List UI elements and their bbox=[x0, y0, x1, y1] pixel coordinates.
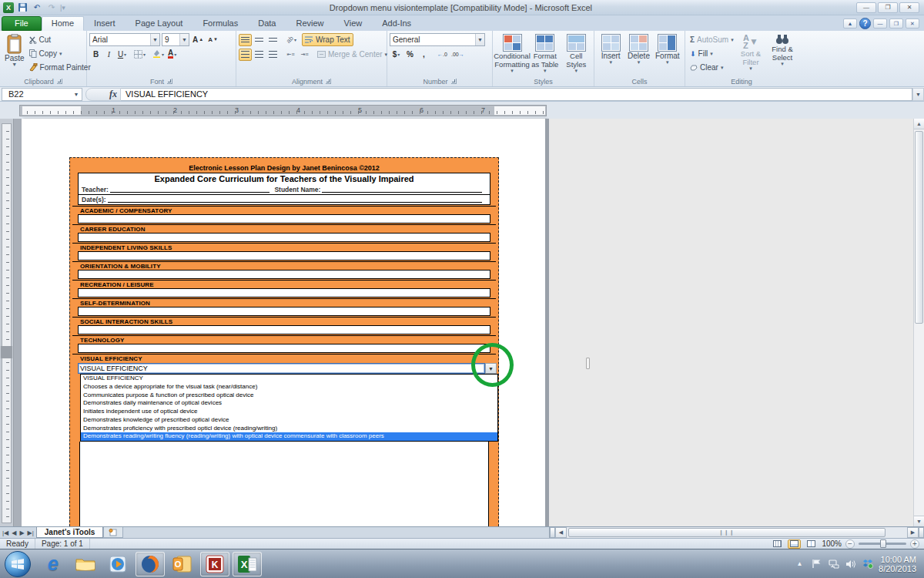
teacher-input-line[interactable] bbox=[110, 185, 270, 193]
increase-decimal-button[interactable]: ←.0 bbox=[436, 48, 449, 60]
dropdown-item[interactable]: Demonstrates knowledge of prescribed opt… bbox=[81, 416, 497, 425]
right-pane-hscrollbar[interactable]: ◀ ❙❙❙ ▶ bbox=[549, 527, 924, 538]
increase-indent-button[interactable]: ⇥≡ bbox=[298, 49, 311, 61]
fill-color-button[interactable]: ▾ bbox=[151, 48, 166, 60]
scroll-down-button[interactable]: ▼ bbox=[914, 516, 924, 526]
name-box[interactable]: B22▼ bbox=[2, 88, 82, 101]
minimize-button[interactable]: — bbox=[856, 2, 876, 13]
cell-styles-button[interactable]: Cell Styles▾ bbox=[561, 32, 591, 76]
undo-button[interactable]: ↶ bbox=[31, 2, 43, 13]
expand-formula-bar-button[interactable]: ▼ bbox=[912, 88, 924, 101]
windows-explorer-icon[interactable] bbox=[71, 552, 100, 576]
tab-file[interactable]: File bbox=[2, 16, 42, 31]
find-select-button[interactable]: Find & Select▾ bbox=[766, 32, 798, 76]
font-dialog-launcher[interactable] bbox=[167, 79, 172, 84]
paste-button[interactable]: Paste ▼ bbox=[2, 32, 27, 76]
internet-explorer-icon[interactable]: e bbox=[38, 552, 68, 576]
font-name-combo[interactable]: Arial▼ bbox=[89, 33, 160, 46]
underline-button[interactable]: U▾ bbox=[116, 48, 129, 60]
borders-button[interactable]: ▾ bbox=[132, 48, 147, 60]
delete-cells-button[interactable]: Delete▾ bbox=[624, 32, 652, 76]
name-box-arrow[interactable]: ▼ bbox=[71, 92, 82, 97]
center-button[interactable] bbox=[253, 49, 266, 61]
network-icon[interactable] bbox=[828, 559, 839, 570]
dropdown-item[interactable]: Communicates purpose & function of presc… bbox=[81, 391, 497, 400]
page-layout-view-button[interactable] bbox=[788, 539, 801, 549]
sort-filter-button[interactable]: AZ▼ Sort & Filter▾ bbox=[735, 32, 766, 76]
hsplit-handle-right[interactable] bbox=[919, 527, 924, 538]
clear-button[interactable]: Clear▾ bbox=[688, 61, 735, 74]
dropdown-item[interactable]: Demonstrates daily maintenance of optica… bbox=[81, 399, 497, 408]
tab-add-ins[interactable]: Add-Ins bbox=[372, 16, 421, 31]
save-button[interactable] bbox=[16, 2, 28, 13]
firefox-icon[interactable] bbox=[136, 552, 165, 576]
dropdown-item[interactable]: Demonstrates reading/writing fluency (re… bbox=[81, 432, 497, 441]
insert-function-button[interactable]: fx bbox=[109, 89, 117, 100]
media-player-icon[interactable] bbox=[103, 552, 132, 576]
format-cells-button[interactable]: Format▾ bbox=[653, 32, 682, 76]
normal-view-button[interactable] bbox=[771, 539, 784, 549]
student-input-line[interactable] bbox=[322, 185, 482, 193]
zoom-in-button[interactable]: + bbox=[910, 539, 919, 549]
help-button[interactable]: ? bbox=[859, 18, 871, 29]
align-right-button[interactable] bbox=[266, 49, 280, 61]
page-break-view-button[interactable] bbox=[805, 539, 818, 549]
section-input-box[interactable] bbox=[78, 307, 490, 316]
hsplit-handle-left[interactable] bbox=[550, 527, 555, 538]
dropdown-item[interactable]: Chooses a device appropriate for the vis… bbox=[81, 383, 497, 391]
scroll-right-button[interactable]: ▶ bbox=[907, 527, 919, 538]
section-input-box[interactable] bbox=[78, 214, 490, 223]
bold-button[interactable]: B bbox=[89, 48, 102, 60]
formula-input[interactable]: VISUAL EFFICIENCY bbox=[121, 88, 912, 101]
red-app-icon[interactable]: K bbox=[200, 552, 229, 576]
doc-minimize-button[interactable]: — bbox=[873, 18, 887, 29]
section-input-box[interactable] bbox=[78, 344, 490, 353]
vertical-scroll-thumb[interactable] bbox=[915, 131, 923, 324]
shrink-font-button[interactable]: A▼ bbox=[206, 33, 219, 45]
first-sheet-button[interactable]: |◀ bbox=[2, 529, 8, 536]
comma-style-button[interactable]: , bbox=[417, 48, 430, 60]
redo-button[interactable]: ↷ bbox=[45, 2, 58, 13]
alignment-dialog-launcher[interactable] bbox=[326, 79, 331, 84]
section-input-box[interactable] bbox=[78, 325, 490, 334]
right-pane[interactable] bbox=[549, 119, 913, 526]
scroll-left-button[interactable]: ◀ bbox=[555, 527, 567, 538]
conditional-formatting-button[interactable]: Conditional Formatting▾ bbox=[495, 32, 529, 76]
section-input-box[interactable] bbox=[78, 233, 490, 242]
action-center-flag-icon[interactable] bbox=[811, 559, 822, 570]
align-left-button[interactable] bbox=[239, 49, 252, 61]
restore-button[interactable]: ❐ bbox=[878, 2, 898, 13]
next-sheet-button[interactable]: ▶ bbox=[19, 529, 24, 536]
worksheet-page[interactable]: Electronic Lesson Plan Design by Janet B… bbox=[22, 119, 545, 526]
section-input-box[interactable] bbox=[78, 270, 490, 279]
tab-home[interactable]: Home bbox=[42, 16, 84, 31]
start-button[interactable] bbox=[5, 551, 31, 577]
tab-data[interactable]: Data bbox=[248, 16, 286, 31]
vertical-scrollbar[interactable]: ▲ ▼ bbox=[913, 119, 924, 526]
close-button[interactable]: ✕ bbox=[899, 2, 919, 13]
last-sheet-button[interactable]: ▶| bbox=[28, 529, 34, 536]
dates-input-line[interactable] bbox=[108, 195, 482, 203]
insert-worksheet-button[interactable] bbox=[103, 527, 123, 538]
combobox-value-field[interactable]: VISUAL EFFICIENCY bbox=[78, 363, 485, 374]
excel-app-icon[interactable]: X bbox=[3, 2, 14, 13]
font-color-button[interactable]: A▾ bbox=[166, 48, 179, 60]
number-format-combo[interactable]: General▼ bbox=[390, 33, 485, 46]
volume-icon[interactable] bbox=[845, 559, 856, 570]
top-align-button[interactable] bbox=[239, 34, 252, 46]
autosum-button[interactable]: ΣAutoSum▾ bbox=[688, 33, 735, 46]
dropdown-item[interactable]: VISUAL EFFICIENCY bbox=[81, 375, 497, 383]
prev-sheet-button[interactable]: ◀ bbox=[12, 529, 16, 536]
hscroll-track[interactable]: ❙❙❙ bbox=[567, 527, 907, 538]
dropdown-item[interactable]: Initiates independent use of optical dev… bbox=[81, 408, 497, 416]
grow-font-button[interactable]: A▲ bbox=[191, 33, 205, 45]
excel-taskbar-icon[interactable]: X bbox=[233, 552, 262, 576]
tab-insert[interactable]: Insert bbox=[84, 16, 126, 31]
bottom-align-button[interactable] bbox=[266, 34, 280, 46]
tab-page-layout[interactable]: Page Layout bbox=[126, 16, 193, 31]
middle-align-button[interactable] bbox=[253, 34, 266, 46]
format-painter-button[interactable]: Format Painter bbox=[27, 61, 93, 74]
merge-center-button[interactable]: Merge & Center▾ bbox=[315, 48, 390, 61]
insert-cells-button[interactable]: Insert▾ bbox=[597, 32, 624, 76]
number-dialog-launcher[interactable] bbox=[451, 79, 457, 84]
